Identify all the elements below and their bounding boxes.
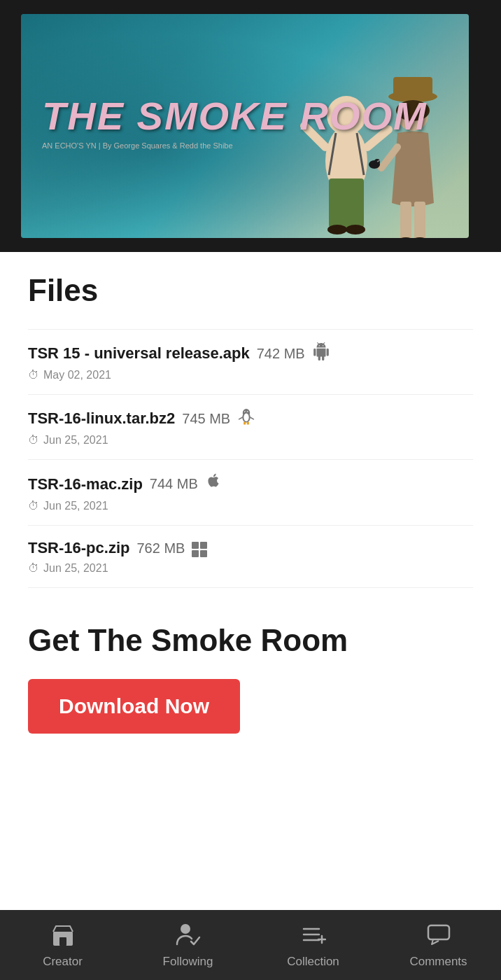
creator-label: Creator xyxy=(43,955,83,969)
clock-icon-linux: ⏱ xyxy=(28,434,39,447)
svg-rect-28 xyxy=(247,422,249,425)
comments-icon xyxy=(426,922,451,951)
collection-icon xyxy=(301,922,326,951)
collection-label: Collection xyxy=(287,955,339,969)
creator-icon xyxy=(50,922,76,951)
file-size-linux: 745 MB xyxy=(182,411,230,427)
linux-icon xyxy=(237,407,255,430)
file-date-linux: Jun 25, 2021 xyxy=(43,434,108,447)
file-date-mac: Jun 25, 2021 xyxy=(43,500,108,512)
nav-item-comments[interactable]: Comments xyxy=(376,910,501,980)
svg-point-23 xyxy=(245,412,246,412)
apple-icon xyxy=(205,472,222,496)
file-size-pc: 762 MB xyxy=(136,540,185,556)
svg-point-17 xyxy=(411,237,428,238)
hero-image: THE SMOKE ROOM AN ECHO'S YN | By George … xyxy=(21,14,469,238)
main-content: Files TSR 15 - universal release.apk 742… xyxy=(0,252,501,762)
svg-rect-27 xyxy=(244,422,246,425)
nav-item-creator[interactable]: Creator xyxy=(0,910,125,980)
svg-point-16 xyxy=(397,237,414,238)
android-icon xyxy=(312,342,330,365)
file-item-mac[interactable]: TSR-16-mac.zip 744 MB ⏱ Jun 25, 2021 xyxy=(28,460,473,526)
clock-icon-pc: ⏱ xyxy=(28,562,39,575)
svg-point-24 xyxy=(248,412,248,412)
hero-title-block: THE SMOKE ROOM AN ECHO'S YN | By George … xyxy=(42,97,428,150)
nav-item-following[interactable]: Following xyxy=(125,910,250,980)
windows-icon xyxy=(192,538,207,558)
comments-label: Comments xyxy=(409,955,467,969)
file-list: TSR 15 - universal release.apk 742 MB ⏱ … xyxy=(28,329,473,588)
following-label: Following xyxy=(163,955,213,969)
file-name-pc: TSR-16-pc.zip xyxy=(28,539,129,557)
clock-icon-apk: ⏱ xyxy=(28,369,39,382)
file-item-apk[interactable]: TSR 15 - universal release.apk 742 MB ⏱ … xyxy=(28,329,473,395)
bottom-nav: Creator Following Collection xyxy=(0,910,501,980)
svg-point-8 xyxy=(346,225,365,234)
game-subtitle: AN ECHO'S YN | By George Squares & Redd … xyxy=(42,141,428,150)
file-date-apk: May 02, 2021 xyxy=(43,369,111,382)
hero-section: THE SMOKE ROOM AN ECHO'S YN | By George … xyxy=(0,0,501,252)
file-name-apk: TSR 15 - universal release.apk xyxy=(28,344,250,363)
svg-point-31 xyxy=(181,924,190,934)
file-size-apk: 742 MB xyxy=(257,346,305,362)
bottom-spacer xyxy=(0,762,501,839)
svg-point-7 xyxy=(327,225,347,234)
download-now-button[interactable]: Download Now xyxy=(28,679,240,734)
file-name-mac: TSR-16-mac.zip xyxy=(28,475,143,493)
file-item-pc[interactable]: TSR-16-pc.zip 762 MB ⏱ Jun 25, 2021 xyxy=(28,526,473,588)
game-title: THE SMOKE ROOM xyxy=(42,97,428,136)
file-item-linux[interactable]: TSR-16-linux.tar.bz2 745 MB xyxy=(28,395,473,460)
svg-rect-37 xyxy=(428,925,449,939)
svg-rect-14 xyxy=(400,202,411,238)
svg-rect-15 xyxy=(414,202,425,238)
file-size-mac: 744 MB xyxy=(150,476,198,492)
svg-rect-30 xyxy=(59,937,66,946)
following-icon xyxy=(176,922,201,951)
svg-point-26 xyxy=(244,414,249,421)
clock-icon-mac: ⏱ xyxy=(28,500,39,512)
get-heading: Get The Smoke Room xyxy=(28,623,473,658)
file-name-linux: TSR-16-linux.tar.bz2 xyxy=(28,410,175,428)
file-date-pc: Jun 25, 2021 xyxy=(43,562,108,575)
svg-rect-4 xyxy=(329,178,364,227)
files-heading: Files xyxy=(28,273,473,308)
nav-item-collection[interactable]: Collection xyxy=(250,910,376,980)
get-section: Get The Smoke Room Download Now xyxy=(28,623,473,734)
